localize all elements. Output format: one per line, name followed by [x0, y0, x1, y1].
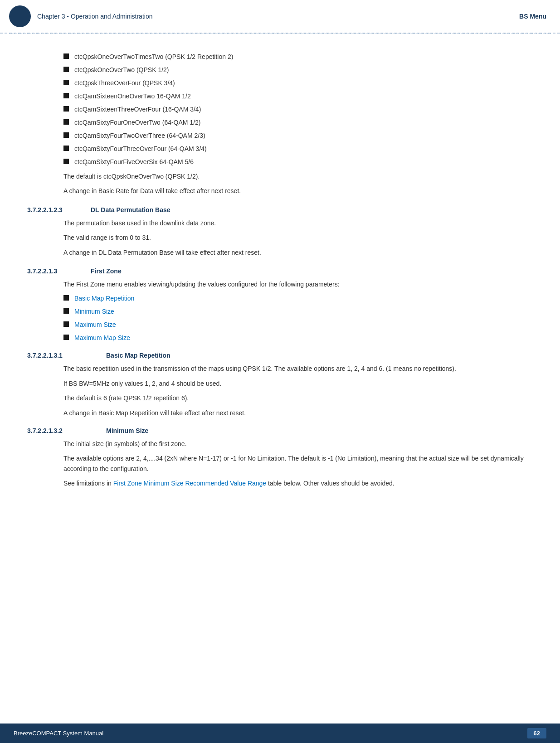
section-3-7-2-2-1-3: 3.7.2.2.1.3 First Zone	[27, 267, 533, 275]
subsection-number: 3.7.2.2.1.3.1	[27, 352, 100, 359]
bmr-para3: The default is 6 (rate QPSK 1/2 repetiti…	[63, 393, 533, 403]
bmr-para2: If BS BW=5MHz only values 1, 2, and 4 sh…	[63, 379, 533, 388]
list-item: ctcQamSixteenThreeOverFour (16-QAM 3/4)	[63, 105, 533, 114]
bullet-icon	[63, 80, 69, 85]
list-item: Basic Map Repetition	[63, 294, 533, 303]
list-item: ctcQamSixtyFourFiveOverSix 64-QAM 5/6	[63, 157, 533, 167]
minimum-size-link[interactable]: Minimum Size	[74, 307, 114, 316]
minsize-para1: The initial size (in symbols) of the fir…	[63, 439, 533, 449]
basic-map-repetition-link[interactable]: Basic Map Repetition	[74, 294, 134, 303]
list-item: Minimum Size	[63, 307, 533, 316]
dl-para3: A change in DL Data Permutation Base wil…	[63, 248, 533, 257]
bullet-icon	[63, 159, 69, 164]
product-name: BreezeCOMPACT System Manual	[14, 730, 103, 737]
first-zone-links-list: Basic Map Repetition Minimum Size Maximu…	[63, 294, 533, 343]
bullet-icon	[63, 106, 69, 112]
bullet-icon	[63, 321, 69, 327]
bullet-icon	[63, 295, 69, 301]
header-left: Chapter 3 - Operation and Administration	[9, 5, 152, 27]
subsection-number: 3.7.2.2.1.3.2	[27, 427, 100, 434]
dl-para2: The valid range is from 0 to 31.	[63, 233, 533, 243]
section-label: BS Menu	[519, 13, 546, 20]
page-number: 62	[527, 728, 546, 738]
bullet-icon	[63, 335, 69, 340]
minsize-para3: See limitations in First Zone Minimum Si…	[63, 478, 533, 488]
modulation-list: ctcQpskOneOverTwoTimesTwo (QPSK 1/2 Repe…	[63, 52, 533, 167]
list-item: ctcQamSixtyFourOneOverTwo (64-QAM 1/2)	[63, 118, 533, 127]
bmr-para1: The basic repetition used in the transmi…	[63, 364, 533, 374]
page-footer: BreezeCOMPACT System Manual 62	[0, 724, 560, 743]
header-icon	[9, 5, 31, 27]
section-3-7-2-2-1-3-2: 3.7.2.2.1.3.2 Minimum Size	[27, 427, 533, 434]
section-3-7-2-2-1-3-1: 3.7.2.2.1.3.1 Basic Map Repetition	[27, 352, 533, 359]
section-3-7-2-2-1-2-3: 3.7.2.2.1.2.3 DL Data Permutation Base	[27, 206, 533, 214]
bullet-icon	[63, 67, 69, 72]
maximum-size-link[interactable]: Maximum Size	[74, 320, 116, 330]
default-para: The default is ctcQpskOneOverTwo (QPSK 1…	[63, 171, 533, 181]
bullet-icon	[63, 93, 69, 98]
first-zone-table-link[interactable]: First Zone Minimum Size Recommended Valu…	[113, 480, 266, 487]
bullet-icon	[63, 146, 69, 151]
bullet-icon	[63, 132, 69, 138]
list-item: ctcQpskOneOverTwo (QPSK 1/2)	[63, 65, 533, 75]
bullet-icon	[63, 53, 69, 59]
maximum-map-size-link[interactable]: Maximum Map Size	[74, 333, 130, 343]
list-item: ctcQamSixtyFourThreeOverFour (64-QAM 3/4…	[63, 144, 533, 154]
bmr-para4: A change in Basic Map Repetition will ta…	[63, 408, 533, 418]
subsection-heading: Basic Map Repetition	[106, 352, 170, 359]
list-item: ctcQamSixtyFourTwoOverThree (64-QAM 2/3)	[63, 131, 533, 141]
first-zone-para1: The First Zone menu enables viewing/upda…	[63, 279, 533, 289]
list-item: ctcQamSixteenOneOverTwo 16-QAM 1/2	[63, 92, 533, 101]
section-number: 3.7.2.2.1.2.3	[27, 206, 82, 214]
list-item: ctcQpskOneOverTwoTimesTwo (QPSK 1/2 Repe…	[63, 52, 533, 62]
minsize-para2: The available options are 2, 4,....34 (2…	[63, 453, 533, 474]
list-item: Maximum Size	[63, 320, 533, 330]
change-para: A change in Basic Rate for Data will tak…	[63, 186, 533, 196]
chapter-title: Chapter 3 - Operation and Administration	[37, 13, 152, 20]
subsection-heading: Minimum Size	[106, 427, 148, 434]
section-heading: First Zone	[91, 267, 122, 275]
section-heading: DL Data Permutation Base	[91, 206, 170, 214]
list-item: Maximum Map Size	[63, 333, 533, 343]
list-item: ctcQpskThreeOverFour (QPSK 3/4)	[63, 78, 533, 88]
bullet-icon	[63, 119, 69, 125]
bullet-icon	[63, 308, 69, 314]
section-number: 3.7.2.2.1.3	[27, 267, 82, 275]
main-content: ctcQpskOneOverTwoTimesTwo (QPSK 1/2 Repe…	[0, 34, 560, 529]
dl-para1: The permutation base used in the downlin…	[63, 218, 533, 228]
page-header: Chapter 3 - Operation and Administration…	[0, 0, 560, 34]
